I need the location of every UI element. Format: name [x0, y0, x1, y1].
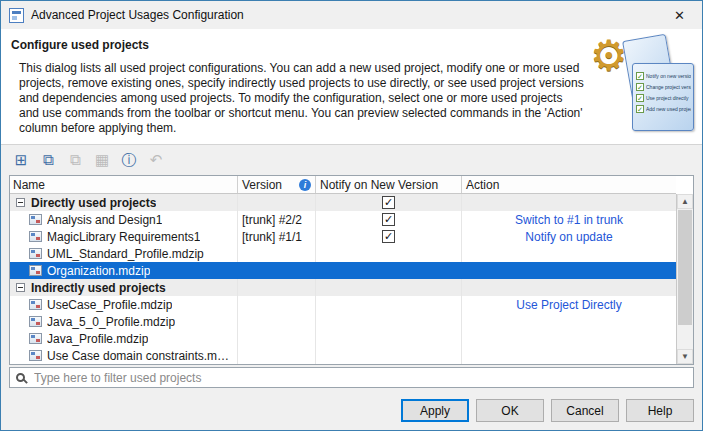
art-check-label: Use project directly — [646, 95, 689, 101]
name-cell: Organization.mdzip — [10, 262, 238, 279]
table-header: Name Version i Notify on New Version Act… — [10, 176, 676, 194]
action-cell — [462, 262, 676, 279]
table-body: Directly used projects✓Analysis and Desi… — [10, 194, 676, 364]
project-row[interactable]: UML_Standard_Profile.mdzip — [10, 245, 676, 262]
action-cell — [462, 330, 676, 347]
undo-icon[interactable]: ↶ — [146, 150, 166, 170]
project-icon — [29, 231, 42, 242]
art-check-item: ✓Notify on new version — [636, 72, 691, 80]
row-label: Java_5_0_Profile.mdzip — [47, 315, 175, 329]
check-icon: ✓ — [636, 83, 644, 91]
project-icon — [29, 316, 42, 327]
cancel-button[interactable]: Cancel — [551, 399, 619, 422]
action-cell: Switch to #1 in trunk — [462, 211, 676, 228]
action-link[interactable]: Switch to #1 in trunk — [515, 213, 623, 227]
column-name-label: Name — [13, 178, 45, 192]
name-cell: UseCase_Profile.mdzip — [10, 296, 238, 313]
column-name[interactable]: Name — [10, 176, 238, 193]
name-cell: Directly used projects — [10, 194, 238, 211]
notify-checkbox[interactable]: ✓ — [382, 230, 395, 243]
notify-checkbox[interactable]: ✓ — [382, 196, 395, 209]
notify-cell — [316, 262, 462, 279]
art-check-label: Notify on new version — [646, 73, 691, 79]
project-row[interactable]: Java_5_0_Profile.mdzip — [10, 313, 676, 330]
notify-cell — [316, 330, 462, 347]
collapse-toggle-icon[interactable] — [16, 198, 25, 207]
version-cell — [238, 296, 316, 313]
project-icon — [29, 350, 42, 361]
gear-icon: ⚙ — [590, 35, 628, 77]
version-info-icon[interactable]: i — [299, 179, 311, 191]
project-row[interactable]: MagicLibrary Requirements1[trunk] #1/1✓N… — [10, 228, 676, 245]
vertical-scrollbar[interactable]: ▲ ▼ — [676, 194, 693, 364]
dialog-illustration: ✓Notify on new version✓Change project ve… — [590, 35, 696, 139]
used-projects-table: Name Version i Notify on New Version Act… — [9, 175, 694, 365]
project-row[interactable]: Use Case domain constraints.mdzip — [10, 347, 676, 364]
add-used-project-icon[interactable]: ⊞ — [11, 150, 31, 170]
row-label: Use Case domain constraints.mdzip — [47, 349, 233, 363]
check-icon: ✓ — [636, 94, 644, 102]
version-value: [trunk] #2/2 — [242, 213, 302, 227]
project-icon — [29, 333, 42, 344]
search-icon — [16, 373, 25, 382]
version-cell — [238, 194, 316, 211]
column-action[interactable]: Action — [462, 176, 676, 193]
column-version[interactable]: Version i — [238, 176, 316, 193]
notify-cell — [316, 279, 462, 296]
window-title: Advanced Project Usages Configuration — [31, 8, 244, 22]
project-row[interactable]: UseCase_Profile.mdzipUse Project Directl… — [10, 296, 676, 313]
collapse-toggle-icon[interactable] — [16, 283, 25, 292]
row-label: UseCase_Profile.mdzip — [47, 298, 172, 312]
row-label: Organization.mdzip — [47, 264, 150, 278]
action-cell — [462, 279, 676, 296]
art-check-label: Change project version — [646, 84, 691, 90]
action-link[interactable]: Use Project Directly — [516, 298, 621, 312]
project-icon — [29, 214, 42, 225]
row-label: UML_Standard_Profile.mdzip — [47, 247, 204, 261]
filter-bar — [9, 367, 694, 388]
notify-cell — [316, 313, 462, 330]
close-icon[interactable]: ✕ — [657, 1, 702, 29]
project-icon — [29, 299, 42, 310]
filter-input[interactable] — [32, 370, 687, 386]
apply-button[interactable]: Apply — [401, 399, 469, 422]
row-label: Analysis and Design1 — [47, 213, 162, 227]
version-cell — [238, 262, 316, 279]
project-row[interactable]: Analysis and Design1[trunk] #2/2✓Switch … — [10, 211, 676, 228]
project-row[interactable]: Organization.mdzip — [10, 262, 676, 279]
row-label: Java_Profile.mdzip — [47, 332, 148, 346]
row-label: Directly used projects — [31, 196, 156, 210]
scrollbar-thumb[interactable] — [678, 210, 692, 325]
version-cell — [238, 330, 316, 347]
use-project-icon[interactable]: ⧉ — [38, 150, 58, 170]
scrollbar-track[interactable] — [677, 209, 693, 349]
column-action-label: Action — [466, 178, 499, 192]
group-row[interactable]: Indirectly used projects — [10, 279, 676, 296]
app-icon — [9, 8, 24, 23]
advanced-project-usages-dialog: Advanced Project Usages Configuration ✕ … — [0, 0, 703, 431]
group-row[interactable]: Directly used projects✓ — [10, 194, 676, 211]
ok-button[interactable]: OK — [476, 399, 544, 422]
action-link[interactable]: Notify on update — [525, 230, 612, 244]
name-cell: Java_Profile.mdzip — [10, 330, 238, 347]
scroll-down-icon[interactable]: ▼ — [677, 349, 693, 364]
version-cell: [trunk] #2/2 — [238, 211, 316, 228]
copy-icon[interactable]: ⧉ — [65, 150, 85, 170]
art-check-item: ✓Use project directly — [636, 94, 691, 102]
name-cell: MagicLibrary Requirements1 — [10, 228, 238, 245]
notify-cell — [316, 347, 462, 364]
version-cell — [238, 279, 316, 296]
notify-checkbox[interactable]: ✓ — [382, 213, 395, 226]
project-row[interactable]: Java_Profile.mdzip — [10, 330, 676, 347]
art-check-item: ✓Change project version — [636, 83, 691, 91]
column-notify-label: Notify on New Version — [320, 178, 438, 192]
project-dependencies-icon[interactable]: ▦ — [92, 150, 112, 170]
help-button[interactable]: Help — [626, 399, 694, 422]
dialog-description: This dialog lists all used project confi… — [19, 61, 584, 136]
button-bar: Apply OK Cancel Help — [1, 399, 702, 430]
action-cell — [462, 347, 676, 364]
info-icon[interactable]: ⓘ — [119, 150, 139, 170]
scroll-up-icon[interactable]: ▲ — [677, 194, 693, 209]
notify-cell: ✓ — [316, 194, 462, 211]
column-notify[interactable]: Notify on New Version — [316, 176, 462, 193]
